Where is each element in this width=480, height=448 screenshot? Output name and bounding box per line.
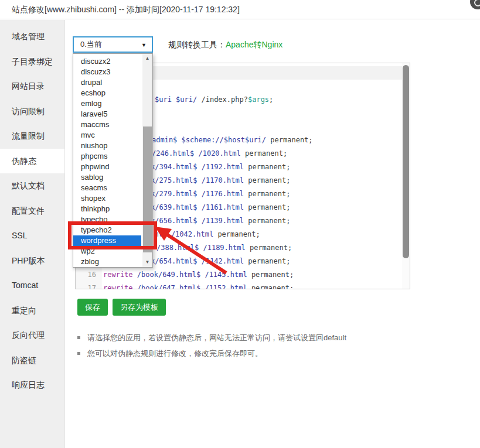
bullet-icon [77, 352, 80, 355]
code-line-6: admin$ $scheme://$host$uri/ permanent; [152, 134, 313, 147]
editor-scrollbar[interactable] [402, 63, 410, 289]
rule-convert-tool-line: 规则转换工具：Apache转Nginx [168, 36, 282, 53]
sidebar-item-13[interactable]: 防盗链 [0, 348, 64, 373]
line-number: 17 [79, 282, 96, 289]
sidebar-item-1[interactable]: 子目录绑定 [0, 49, 64, 74]
sidebar-item-14[interactable]: 响应日志 [0, 372, 64, 398]
dropdown-option-typecho[interactable]: typecho [73, 214, 141, 225]
site-modify-window: 站点修改[www.zhibushi.com] -- 添加时间[2020-11-1… [0, 0, 480, 448]
code-line-14: /388.html$ /1189.html permanent; [156, 241, 292, 255]
save-button[interactable]: 保存 [77, 299, 108, 316]
scroll-up-icon[interactable]: ▲ [142, 54, 152, 63]
page-title: 站点修改[www.zhibushi.com] -- 添加时间[2020-11-1… [12, 0, 240, 19]
sidebar-item-7[interactable]: 配置文件 [0, 199, 64, 224]
dropdown-option-sablog[interactable]: sablog [73, 172, 141, 183]
note-item-1: 您可以对伪静态规则进行修改，修改完后保存即可。 [75, 348, 263, 359]
dropdown-option-discuzx2[interactable]: discuzx2 [73, 56, 141, 67]
code-line-12: k/656.html$ /1139.html permanent; [151, 214, 290, 228]
code-line-7: /246.html$ /1020.html permanent; [152, 147, 287, 160]
dropdown-scrollbar-thumb[interactable] [143, 126, 152, 252]
dropdown-option-shopex[interactable]: shopex [73, 193, 141, 204]
rule-convert-label: 规则转换工具： [168, 40, 226, 49]
dropdown-option-ecshop[interactable]: ecshop [73, 88, 141, 98]
code-line-10: k/279.html$ /1176.html permanent; [151, 187, 290, 201]
dropdown-option-zblog[interactable]: zblog [73, 257, 141, 267]
code-line-9: k/275.html$ /1170.html permanent; [151, 174, 290, 187]
sidebar-item-11[interactable]: 重定向 [0, 298, 64, 323]
dropdown-option-emlog[interactable]: emlog [73, 98, 141, 109]
chevron-down-icon: ▼ [141, 42, 147, 48]
select-current-value: 0.当前 [80, 37, 102, 52]
dropdown-option-mvc[interactable]: mvc [73, 130, 141, 141]
dropdown-option-wordpress[interactable]: wordpress [73, 235, 141, 246]
dropdown-option-typecho2[interactable]: typecho2 [73, 225, 141, 235]
sidebar-item-4[interactable]: 流量限制 [0, 124, 64, 149]
dropdown-option-drupal[interactable]: drupal [73, 77, 141, 88]
code-line-16: rewrite /book/649.html$ /1145.html perma… [103, 268, 294, 282]
dropdown-option-laravel5[interactable]: laravel5 [73, 109, 141, 119]
sidebar-item-9[interactable]: PHP版本 [0, 248, 64, 273]
code-line-13: ml$ /1042.html permanent; [154, 228, 260, 241]
scroll-down-icon[interactable]: ▼ [142, 258, 152, 267]
dropdown-option-maccms[interactable]: maccms [73, 119, 141, 130]
sidebar-item-6[interactable]: 默认文档 [0, 173, 64, 199]
dropdown-option-phpcms[interactable]: phpcms [73, 151, 141, 162]
sidebar-item-2[interactable]: 网站目录 [0, 74, 64, 99]
code-line-17: rewrite /book/647.html$ /1152.html perma… [103, 282, 294, 289]
sidebar-item-10[interactable]: Tomcat [0, 273, 64, 298]
dropdown-option-phpwind[interactable]: phpwind [73, 162, 141, 172]
dropdown-scrollbar[interactable]: ▲ ▼ [142, 54, 152, 267]
editor-scrollbar-thumb[interactable] [403, 65, 409, 258]
save-as-template-button[interactable]: 另存为模板 [113, 299, 166, 316]
dropdown-option-thinkphp[interactable]: thinkphp [73, 204, 141, 214]
window-header: 站点修改[www.zhibushi.com] -- 添加时间[2020-11-1… [0, 0, 480, 19]
note-item-0: 请选择您的应用，若设置伪静态后，网站无法正常访问，请尝试设置回default [75, 333, 346, 343]
sidebar-item-8[interactable]: SSL [0, 223, 64, 248]
code-line-11: k/639.html$ /1161.html permanent; [151, 201, 290, 214]
template-dropdown-list: discuzx2discuzx3drupalecshopemloglaravel… [73, 53, 153, 268]
dropdown-option-wp2[interactable]: wp2 [73, 246, 141, 257]
sidebar-item-5[interactable]: 伪静态 [0, 149, 64, 174]
apache-to-nginx-link[interactable]: Apache转Nginx [226, 40, 282, 49]
dropdown-option-niushop[interactable]: niushop [73, 141, 141, 151]
code-line-15: k/654.html$ /1142.html permanent; [151, 255, 290, 268]
code-line-8: k/394.html$ /1192.html permanent; [151, 160, 290, 174]
dropdown-option-seacms[interactable]: seacms [73, 183, 141, 193]
sidebar-item-0[interactable]: 域名管理 [0, 24, 64, 49]
code-line-3: $uri $uri/ /index.php?$args; [155, 93, 273, 107]
dropdown-option-discuzx3[interactable]: discuzx3 [73, 67, 141, 77]
sidebar-item-3[interactable]: 访问限制 [0, 99, 64, 124]
line-number: 16 [79, 268, 96, 282]
sidebar-item-12[interactable]: 反向代理 [0, 323, 64, 348]
bullet-icon [77, 336, 80, 339]
rewrite-template-select[interactable]: 0.当前 ▼ [73, 36, 153, 53]
settings-sidebar: 域名管理子目录绑定网站目录访问限制流量限制伪静态默认文档配置文件SSLPHP版本… [0, 20, 65, 448]
